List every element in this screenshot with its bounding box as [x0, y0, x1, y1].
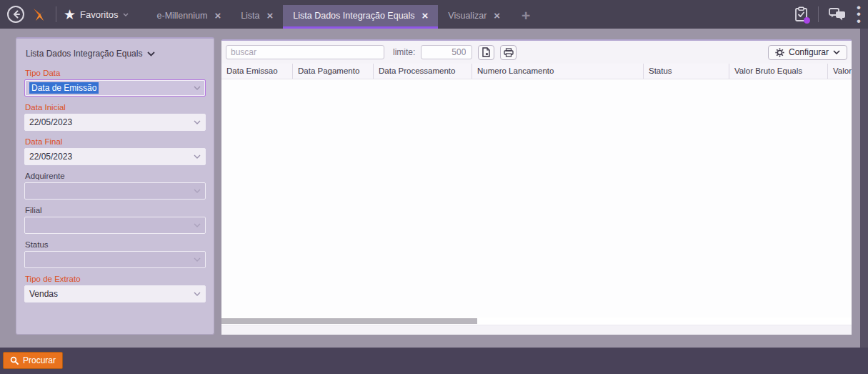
search-input[interactable]: [226, 45, 384, 59]
limit-input[interactable]: [421, 45, 472, 59]
filter-group-data-final: Data Final 22/05/2023: [24, 137, 206, 165]
tasks-button[interactable]: [794, 6, 808, 22]
close-icon[interactable]: ×: [267, 10, 274, 21]
table-header: Data Emissao Data Pagamento Data Process…: [221, 64, 852, 79]
favorites-label: Favoritos: [80, 9, 118, 20]
field-label: Data Inicial: [25, 103, 206, 112]
chevron-down-icon: [123, 13, 129, 16]
selected-value: Data de Emissão: [29, 82, 99, 94]
export-file-button[interactable]: [478, 45, 494, 60]
filter-panel: Lista Dados Integração Equals Tipo Data …: [16, 37, 214, 335]
limit-label: limite:: [393, 47, 415, 57]
filter-group-status: Status: [24, 240, 206, 268]
adquirente-select[interactable]: [24, 182, 206, 200]
table-body: [221, 79, 852, 318]
field-label: Adquirente: [25, 172, 206, 180]
horizontal-scrollbar[interactable]: [221, 318, 852, 325]
chevron-down-icon: [194, 120, 201, 124]
configure-button[interactable]: Configurar: [768, 45, 847, 60]
tab-strip: e-Millennium × Lista × Lista Dados Integ…: [147, 0, 531, 29]
data-final-select[interactable]: 22/05/2023: [24, 148, 206, 165]
overflow-menu-button[interactable]: •••: [855, 4, 862, 24]
chat-bubbles-icon: [829, 8, 847, 21]
printer-icon: [504, 48, 514, 57]
close-icon[interactable]: ×: [494, 10, 500, 21]
topbar: ★ Favoritos e-Millennium × Lista × Lista…: [0, 0, 868, 29]
tipo-extrato-select[interactable]: Vendas: [24, 285, 206, 302]
tab-lista[interactable]: Lista ×: [231, 5, 283, 29]
star-icon: ★: [64, 8, 76, 21]
selected-value: 22/05/2023: [29, 117, 72, 127]
back-button[interactable]: [7, 6, 24, 23]
tab-label: Visualizar: [448, 11, 487, 21]
results-panel: limite:: [221, 39, 852, 335]
field-label: Tipo de Extrato: [25, 275, 206, 283]
results-panel-footer: [221, 325, 852, 335]
filter-group-tipo-extrato: Tipo de Extrato Vendas: [24, 275, 206, 302]
chevron-down-icon: [194, 292, 201, 296]
gear-icon: [775, 48, 784, 57]
filter-panel-header[interactable]: Lista Dados Integração Equals: [26, 49, 206, 59]
column-header-valor-bruto-equals[interactable]: Valor Bruto Equals: [729, 64, 828, 79]
tipo-data-select[interactable]: Data de Emissão: [24, 79, 206, 97]
tab-visualizar[interactable]: Visualizar ×: [438, 5, 510, 29]
chevron-down-icon: [194, 154, 201, 159]
results-toolbar: limite:: [221, 41, 852, 64]
status-select[interactable]: [24, 251, 206, 268]
bottom-action-bar: Procurar: [0, 348, 868, 374]
arrow-left-icon: [11, 9, 21, 19]
column-header-numero-lancamento[interactable]: Numero Lancamento: [472, 64, 644, 79]
close-icon[interactable]: ×: [214, 10, 221, 21]
topbar-divider: [818, 6, 819, 22]
file-icon: [482, 47, 490, 57]
right-edge-strip: [860, 29, 868, 348]
field-label: Status: [25, 240, 206, 249]
tab-label: Lista: [241, 11, 259, 21]
search-icon: [10, 356, 19, 365]
chevron-down-icon: [833, 50, 840, 54]
close-icon[interactable]: ×: [422, 10, 429, 21]
tab-e-millennium[interactable]: e-Millennium ×: [147, 5, 231, 29]
tab-label: Lista Dados Integração Equals: [293, 11, 414, 21]
favorites-menu[interactable]: ★ Favoritos: [64, 8, 129, 21]
filial-select[interactable]: [24, 217, 206, 234]
app-window: ★ Favoritos e-Millennium × Lista × Lista…: [0, 0, 868, 374]
tab-lista-dados-integracao-equals[interactable]: Lista Dados Integração Equals ×: [283, 5, 438, 29]
chat-button[interactable]: [829, 8, 847, 21]
procurar-button[interactable]: Procurar: [3, 352, 63, 369]
topbar-divider: [56, 6, 56, 22]
data-inicial-select[interactable]: 22/05/2023: [24, 114, 206, 131]
millennium-logo-icon: [31, 6, 49, 23]
field-label: Filial: [25, 206, 206, 215]
field-label: Tipo Data: [25, 69, 206, 77]
filter-group-filial: Filial: [24, 206, 206, 234]
scrollbar-thumb[interactable]: [221, 318, 477, 324]
tab-label: e-Millennium: [157, 11, 208, 21]
notification-dot: [804, 17, 810, 24]
print-button[interactable]: [500, 45, 517, 60]
column-header-data-emissao[interactable]: Data Emissao: [221, 64, 293, 79]
column-header-status[interactable]: Status: [644, 64, 729, 79]
chevron-down-icon: [194, 86, 201, 90]
filter-group-adquirente: Adquirente: [24, 172, 206, 200]
procurar-label: Procurar: [23, 355, 56, 365]
column-header-valor[interactable]: Valor: [828, 64, 852, 79]
chevron-down-icon: [147, 51, 155, 56]
column-header-data-pagamento[interactable]: Data Pagamento: [293, 64, 374, 79]
chevron-down-icon: [194, 223, 201, 227]
column-header-data-processamento[interactable]: Data Processamento: [374, 64, 472, 79]
filter-group-tipo-data: Tipo Data Data de Emissão: [24, 69, 206, 97]
filter-group-data-inicial: Data Inicial 22/05/2023: [24, 103, 206, 131]
topbar-actions: •••: [794, 0, 862, 29]
chevron-down-icon: [194, 257, 201, 262]
chevron-down-icon: [194, 189, 201, 193]
filter-panel-title: Lista Dados Integração Equals: [26, 49, 142, 59]
configure-label: Configurar: [789, 47, 829, 57]
new-tab-button[interactable]: +: [522, 7, 530, 24]
selected-value: Vendas: [29, 289, 58, 299]
field-label: Data Final: [25, 137, 206, 146]
selected-value: 22/05/2023: [29, 152, 72, 162]
